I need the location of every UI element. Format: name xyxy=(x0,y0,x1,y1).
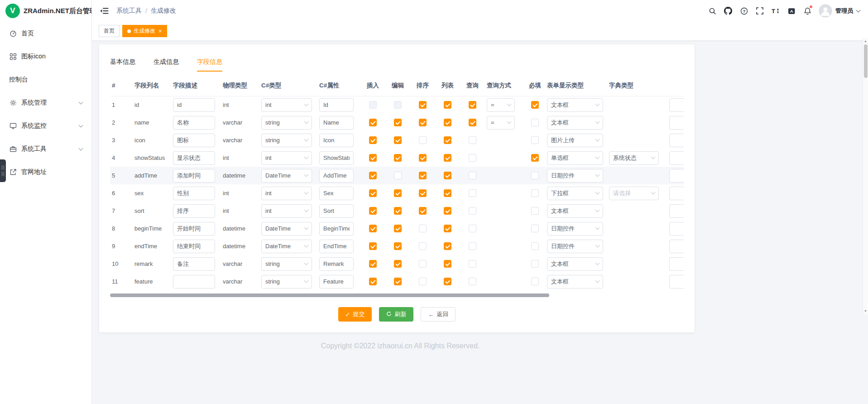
sidebar-item-website[interactable]: 官网地址 xyxy=(0,160,91,183)
tag-home[interactable]: 首页 xyxy=(99,25,120,37)
overflow-input[interactable] xyxy=(669,98,684,112)
query-checkbox[interactable] xyxy=(469,278,476,285)
display-type-select[interactable]: 单选框 xyxy=(547,151,603,165)
cs-attr-input[interactable] xyxy=(319,222,354,236)
list-checkbox[interactable] xyxy=(444,154,451,162)
sidebar-item-system-manage[interactable]: 系统管理 xyxy=(0,91,91,114)
column-desc-input[interactable] xyxy=(173,134,215,147)
cs-type-select[interactable]: DateTime xyxy=(261,222,312,236)
required-checkbox[interactable] xyxy=(531,101,539,109)
chevron-down-icon[interactable] xyxy=(856,8,861,13)
cs-type-select[interactable]: DateTime xyxy=(261,169,312,183)
display-type-select[interactable]: 日期控件 xyxy=(547,240,603,253)
insert-checkbox[interactable] xyxy=(369,207,377,215)
list-checkbox[interactable] xyxy=(444,278,451,285)
overflow-input[interactable] xyxy=(669,151,684,165)
display-type-select[interactable]: 文本框 xyxy=(547,257,603,271)
insert-checkbox[interactable] xyxy=(369,225,377,232)
list-checkbox[interactable] xyxy=(444,207,451,215)
cs-attr-input[interactable] xyxy=(319,204,354,218)
column-desc-input[interactable] xyxy=(173,116,215,130)
list-checkbox[interactable] xyxy=(444,136,451,144)
column-desc-input[interactable] xyxy=(173,98,215,112)
sort-checkbox[interactable] xyxy=(419,207,427,215)
edit-checkbox[interactable] xyxy=(394,242,402,250)
query-checkbox[interactable] xyxy=(469,136,476,144)
cs-attr-input[interactable] xyxy=(319,240,354,253)
display-type-select[interactable]: 图片上传 xyxy=(547,134,603,147)
tag-generate-edit[interactable]: 生成修改 × xyxy=(122,25,167,37)
sidebar-item-system-monitor[interactable]: 系统监控 xyxy=(0,114,91,137)
user-name[interactable]: 管理员 xyxy=(835,7,853,15)
column-desc-input[interactable] xyxy=(173,275,215,289)
query-checkbox[interactable] xyxy=(469,119,476,126)
display-type-select[interactable]: 日期控件 xyxy=(547,222,603,236)
cs-attr-input[interactable] xyxy=(319,169,354,183)
required-checkbox[interactable] xyxy=(531,260,539,268)
query-checkbox[interactable] xyxy=(469,189,476,197)
list-checkbox[interactable] xyxy=(444,189,451,197)
cs-type-select[interactable]: int xyxy=(261,151,312,165)
cs-type-select[interactable]: string xyxy=(261,257,312,271)
column-desc-input[interactable] xyxy=(173,257,215,271)
cs-type-select[interactable]: int xyxy=(261,204,312,218)
vertical-scrollbar[interactable]: ▲ ▼ xyxy=(863,38,868,314)
cs-type-select[interactable]: int xyxy=(261,98,312,112)
insert-checkbox[interactable] xyxy=(369,119,377,126)
sidebar-item-home[interactable]: 首页 xyxy=(0,22,91,45)
cs-attr-input[interactable] xyxy=(319,151,354,165)
refresh-button[interactable]: 刷新 xyxy=(379,307,413,322)
column-desc-input[interactable] xyxy=(173,240,215,253)
cs-attr-input[interactable] xyxy=(319,275,354,289)
insert-checkbox[interactable] xyxy=(369,154,377,162)
list-checkbox[interactable] xyxy=(444,119,451,126)
sort-checkbox[interactable] xyxy=(419,278,427,285)
list-checkbox[interactable] xyxy=(444,101,451,109)
column-desc-input[interactable] xyxy=(173,187,215,200)
horizontal-scrollbar[interactable] xyxy=(110,293,549,297)
insert-checkbox[interactable] xyxy=(369,172,377,179)
sort-checkbox[interactable] xyxy=(419,154,427,162)
scroll-down-arrow[interactable]: ▼ xyxy=(864,308,867,314)
insert-checkbox[interactable] xyxy=(369,189,377,197)
sort-checkbox[interactable] xyxy=(419,136,427,144)
edit-checkbox[interactable] xyxy=(394,154,402,162)
sort-checkbox[interactable] xyxy=(419,189,427,197)
insert-checkbox[interactable] xyxy=(369,278,377,285)
edit-checkbox[interactable] xyxy=(394,207,402,215)
insert-checkbox[interactable] xyxy=(369,260,377,268)
overflow-input[interactable] xyxy=(669,204,684,218)
language-icon[interactable]: A xyxy=(786,6,796,16)
breadcrumb-section[interactable]: 系统工具 xyxy=(116,7,142,15)
edit-checkbox[interactable] xyxy=(394,172,402,179)
display-type-select[interactable]: 文本框 xyxy=(547,204,603,218)
edit-checkbox[interactable] xyxy=(394,101,402,109)
query-checkbox[interactable] xyxy=(469,242,476,250)
list-checkbox[interactable] xyxy=(444,260,451,268)
back-button[interactable]: ← 返回 xyxy=(421,307,456,322)
required-checkbox[interactable] xyxy=(531,225,539,232)
edit-checkbox[interactable] xyxy=(394,136,402,144)
close-icon[interactable]: × xyxy=(158,28,162,34)
display-type-select[interactable]: 日期控件 xyxy=(547,169,603,183)
bell-icon[interactable] xyxy=(802,6,812,16)
fullscreen-icon[interactable] xyxy=(755,6,765,16)
cs-type-select[interactable]: DateTime xyxy=(261,240,312,253)
cs-attr-input[interactable] xyxy=(319,187,354,200)
edit-checkbox[interactable] xyxy=(394,278,402,285)
required-checkbox[interactable] xyxy=(531,242,539,250)
display-type-select[interactable]: 文本框 xyxy=(547,116,603,130)
query-checkbox[interactable] xyxy=(469,207,476,215)
submit-button[interactable]: ✓ 提交 xyxy=(338,307,372,322)
query-method-select[interactable]: = xyxy=(487,98,515,112)
column-desc-input[interactable] xyxy=(173,169,215,183)
help-icon[interactable]: ? xyxy=(739,6,749,16)
overflow-input[interactable] xyxy=(669,134,684,147)
query-checkbox[interactable] xyxy=(469,101,476,109)
sort-checkbox[interactable] xyxy=(419,260,427,268)
list-checkbox[interactable] xyxy=(444,172,451,179)
sort-checkbox[interactable] xyxy=(419,101,427,109)
overflow-input[interactable] xyxy=(669,240,684,253)
required-checkbox[interactable] xyxy=(531,172,539,179)
cs-attr-input[interactable] xyxy=(319,134,354,147)
